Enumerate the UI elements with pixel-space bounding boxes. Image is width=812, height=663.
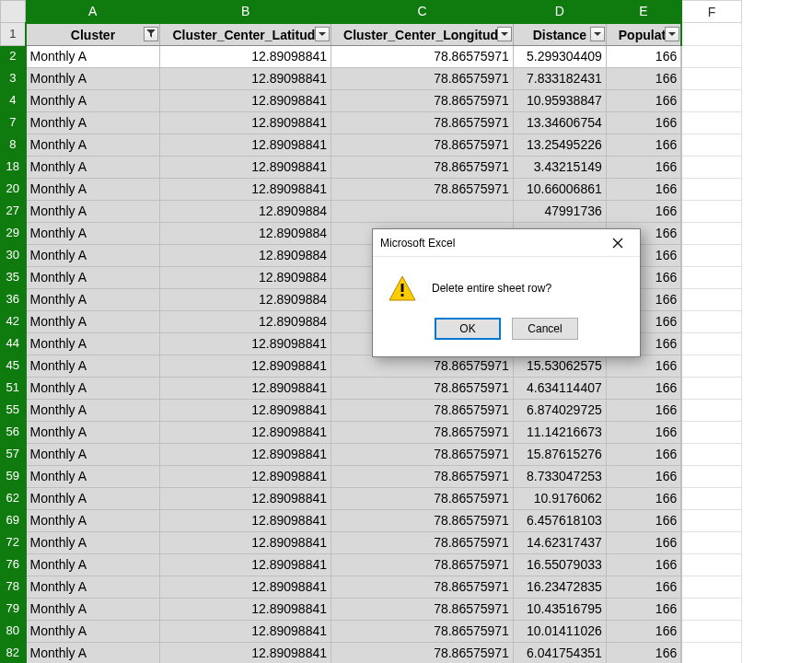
empty-cell[interactable] <box>681 200 741 222</box>
cell-longitude[interactable]: 78.86575971 <box>331 465 514 487</box>
cell-distance[interactable]: 8.733047253 <box>513 465 606 487</box>
empty-cell[interactable] <box>681 377 741 399</box>
cell-latitude[interactable]: 12.89098841 <box>160 332 331 355</box>
header-cell-cluster[interactable]: Cluster <box>26 23 160 46</box>
cell-distance[interactable]: 11.14216673 <box>513 421 606 443</box>
empty-cell[interactable] <box>681 23 741 46</box>
cell-distance[interactable]: 15.53062575 <box>513 355 606 377</box>
row-header[interactable]: 45 <box>1 355 26 377</box>
cell-latitude[interactable]: 12.89098841 <box>160 355 331 377</box>
cell-latitude[interactable]: 12.89098841 <box>160 45 331 67</box>
cell-population[interactable]: 166 <box>606 598 681 620</box>
cell-distance[interactable]: 10.43516795 <box>513 598 606 620</box>
cell-population[interactable]: 166 <box>606 355 681 377</box>
row-header[interactable]: 79 <box>1 598 26 620</box>
cell-latitude[interactable]: 12.89098841 <box>160 156 331 178</box>
cell-distance[interactable]: 14.62317437 <box>513 531 606 553</box>
cell-distance[interactable]: 16.23472835 <box>513 576 606 598</box>
cell-longitude[interactable]: 78.86575971 <box>331 531 514 553</box>
cell-cluster[interactable]: Monthly A <box>26 553 160 576</box>
col-header-C[interactable]: C <box>331 1 514 23</box>
empty-cell[interactable] <box>681 111 741 134</box>
cell-population[interactable]: 166 <box>606 642 681 663</box>
row-header[interactable]: 29 <box>1 222 26 244</box>
cell-longitude[interactable]: 78.86575971 <box>331 421 514 443</box>
cell-longitude[interactable]: 78.86575971 <box>331 487 514 509</box>
cell-cluster[interactable]: Monthly A <box>26 421 160 443</box>
row-header[interactable]: 55 <box>1 399 26 421</box>
row-header[interactable]: 44 <box>1 332 26 355</box>
cell-cluster[interactable]: Monthly A <box>26 244 160 266</box>
cell-population[interactable]: 166 <box>606 111 681 134</box>
cell-latitude[interactable]: 12.89098841 <box>160 399 331 421</box>
row-header[interactable]: 27 <box>1 200 26 222</box>
filter-applied-icon[interactable] <box>144 27 158 41</box>
cell-longitude[interactable]: 78.86575971 <box>331 443 514 465</box>
cell-distance[interactable]: 10.01411026 <box>513 620 606 642</box>
cell-distance[interactable]: 10.9176062 <box>513 487 606 509</box>
cell-cluster[interactable]: Monthly A <box>26 222 160 244</box>
empty-cell[interactable] <box>681 443 741 465</box>
empty-cell[interactable] <box>681 399 741 421</box>
cell-longitude[interactable]: 78.86575971 <box>331 156 514 178</box>
cancel-button[interactable]: Cancel <box>512 318 578 340</box>
cell-latitude[interactable]: 12.89098841 <box>160 111 331 134</box>
cell-population[interactable]: 166 <box>606 487 681 509</box>
cell-cluster[interactable]: Monthly A <box>26 399 160 421</box>
header-cell-distance[interactable]: Distance <box>513 23 606 46</box>
cell-longitude[interactable]: 78.86575971 <box>331 642 514 663</box>
col-header-A[interactable]: A <box>26 1 160 23</box>
cell-cluster[interactable]: Monthly A <box>26 89 160 111</box>
cell-cluster[interactable]: Monthly A <box>26 332 160 355</box>
col-header-F[interactable]: F <box>681 1 741 23</box>
row-header[interactable]: 80 <box>1 620 26 642</box>
row-header[interactable]: 56 <box>1 421 26 443</box>
cell-population[interactable]: 166 <box>606 553 681 576</box>
header-cell-population[interactable]: Population <box>606 23 681 46</box>
empty-cell[interactable] <box>681 45 741 67</box>
cell-latitude[interactable]: 12.89098841 <box>160 443 331 465</box>
filter-dropdown-icon[interactable] <box>315 27 330 41</box>
empty-cell[interactable] <box>681 421 741 443</box>
cell-cluster[interactable]: Monthly A <box>26 288 160 310</box>
empty-cell[interactable] <box>681 222 741 244</box>
row-header[interactable]: 82 <box>1 642 26 663</box>
cell-cluster[interactable]: Monthly A <box>26 642 160 663</box>
cell-cluster[interactable]: Monthly A <box>26 266 160 288</box>
row-header[interactable]: 69 <box>1 509 26 531</box>
cell-latitude[interactable]: 12.89098841 <box>160 598 331 620</box>
cell-cluster[interactable]: Monthly A <box>26 67 160 89</box>
cell-latitude[interactable]: 12.8909884 <box>160 310 331 332</box>
cell-cluster[interactable]: Monthly A <box>26 487 160 509</box>
row-header[interactable]: 51 <box>1 377 26 399</box>
row-header[interactable]: 35 <box>1 266 26 288</box>
cell-cluster[interactable]: Monthly A <box>26 531 160 553</box>
empty-cell[interactable] <box>681 134 741 156</box>
cell-cluster[interactable]: Monthly A <box>26 620 160 642</box>
cell-cluster[interactable]: Monthly A <box>26 45 160 67</box>
cell-cluster[interactable]: Monthly A <box>26 465 160 487</box>
cell-cluster[interactable]: Monthly A <box>26 310 160 332</box>
cell-population[interactable]: 166 <box>606 465 681 487</box>
cell-cluster[interactable]: Monthly A <box>26 355 160 377</box>
cell-population[interactable]: 166 <box>606 134 681 156</box>
empty-cell[interactable] <box>681 355 741 377</box>
cell-population[interactable]: 166 <box>606 576 681 598</box>
col-header-B[interactable]: B <box>160 1 331 23</box>
cell-latitude[interactable]: 12.89098841 <box>160 134 331 156</box>
cell-population[interactable]: 166 <box>606 377 681 399</box>
cell-cluster[interactable]: Monthly A <box>26 598 160 620</box>
empty-cell[interactable] <box>681 509 741 531</box>
cell-distance[interactable]: 47991736 <box>513 200 606 222</box>
cell-population[interactable]: 166 <box>606 531 681 553</box>
cell-longitude[interactable]: 78.86575971 <box>331 45 514 67</box>
empty-cell[interactable] <box>681 266 741 288</box>
row-header[interactable]: 7 <box>1 111 26 134</box>
empty-cell[interactable] <box>681 465 741 487</box>
header-cell-longitude[interactable]: Cluster_Center_Longitude <box>331 23 514 46</box>
cell-longitude[interactable]: 78.86575971 <box>331 89 514 111</box>
cell-longitude[interactable]: 78.86575971 <box>331 553 514 576</box>
cell-population[interactable]: 166 <box>606 443 681 465</box>
cell-population[interactable]: 166 <box>606 178 681 200</box>
row-header[interactable]: 57 <box>1 443 26 465</box>
